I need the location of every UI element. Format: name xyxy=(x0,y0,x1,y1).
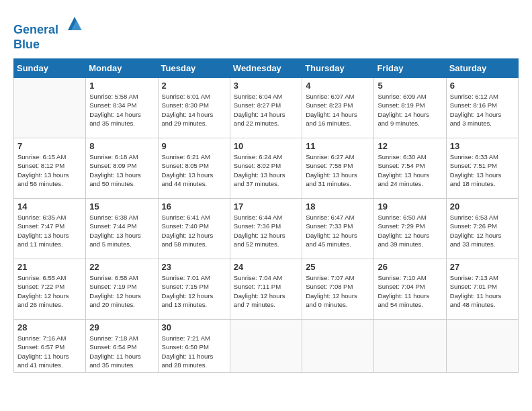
weekday-header-cell: Saturday xyxy=(446,59,518,78)
day-info: Sunrise: 6:07 AM Sunset: 8:23 PM Dayligh… xyxy=(306,92,370,128)
day-number: 20 xyxy=(450,201,515,212)
calendar-day-cell: 26Sunrise: 7:10 AM Sunset: 7:04 PM Dayli… xyxy=(374,259,446,320)
day-info: Sunrise: 6:44 AM Sunset: 7:36 PM Dayligh… xyxy=(234,213,298,248)
day-number: 11 xyxy=(306,141,370,151)
day-info: Sunrise: 6:33 AM Sunset: 7:51 PM Dayligh… xyxy=(450,152,515,188)
weekday-header-cell: Wednesday xyxy=(230,59,302,78)
page-header: General Blue xyxy=(13,13,519,52)
calendar-day-cell xyxy=(230,320,302,373)
weekday-header-cell: Tuesday xyxy=(158,59,230,78)
day-number: 28 xyxy=(17,322,82,332)
day-number: 5 xyxy=(378,81,442,91)
day-number: 30 xyxy=(162,322,226,332)
day-info: Sunrise: 6:58 AM Sunset: 7:19 PM Dayligh… xyxy=(89,273,154,309)
day-info: Sunrise: 6:04 AM Sunset: 8:27 PM Dayligh… xyxy=(234,92,298,128)
day-info: Sunrise: 6:55 AM Sunset: 7:22 PM Dayligh… xyxy=(17,273,82,309)
logo: General Blue xyxy=(13,13,85,52)
calendar-week-row: 28Sunrise: 7:16 AM Sunset: 6:57 PM Dayli… xyxy=(14,320,519,373)
day-info: Sunrise: 5:58 AM Sunset: 8:34 PM Dayligh… xyxy=(89,92,154,128)
logo-text: General xyxy=(13,13,85,38)
day-info: Sunrise: 6:30 AM Sunset: 7:54 PM Dayligh… xyxy=(378,152,442,188)
day-info: Sunrise: 6:47 AM Sunset: 7:33 PM Dayligh… xyxy=(306,213,370,248)
day-info: Sunrise: 7:07 AM Sunset: 7:08 PM Dayligh… xyxy=(306,273,370,309)
day-info: Sunrise: 6:15 AM Sunset: 8:12 PM Dayligh… xyxy=(17,152,82,188)
day-info: Sunrise: 7:04 AM Sunset: 7:11 PM Dayligh… xyxy=(234,273,298,309)
calendar-day-cell: 28Sunrise: 7:16 AM Sunset: 6:57 PM Dayli… xyxy=(14,320,86,373)
calendar-day-cell: 6Sunrise: 6:12 AM Sunset: 8:16 PM Daylig… xyxy=(446,78,518,138)
calendar-day-cell: 14Sunrise: 6:35 AM Sunset: 7:47 PM Dayli… xyxy=(14,199,86,259)
calendar-day-cell: 25Sunrise: 7:07 AM Sunset: 7:08 PM Dayli… xyxy=(302,259,374,320)
logo-blue: Blue xyxy=(13,38,85,52)
day-number: 14 xyxy=(17,201,82,212)
day-info: Sunrise: 6:09 AM Sunset: 8:19 PM Dayligh… xyxy=(378,92,442,128)
calendar-day-cell: 7Sunrise: 6:15 AM Sunset: 8:12 PM Daylig… xyxy=(14,138,86,199)
day-number: 18 xyxy=(306,201,370,212)
weekday-header-row: SundayMondayTuesdayWednesdayThursdayFrid… xyxy=(14,59,519,78)
day-number: 8 xyxy=(89,141,154,151)
calendar-day-cell: 5Sunrise: 6:09 AM Sunset: 8:19 PM Daylig… xyxy=(374,78,446,138)
day-info: Sunrise: 7:10 AM Sunset: 7:04 PM Dayligh… xyxy=(378,273,442,309)
calendar-day-cell: 19Sunrise: 6:50 AM Sunset: 7:29 PM Dayli… xyxy=(374,199,446,259)
day-info: Sunrise: 6:35 AM Sunset: 7:47 PM Dayligh… xyxy=(17,213,82,248)
calendar-day-cell: 9Sunrise: 6:21 AM Sunset: 8:05 PM Daylig… xyxy=(158,138,230,199)
calendar-day-cell: 18Sunrise: 6:47 AM Sunset: 7:33 PM Dayli… xyxy=(302,199,374,259)
weekday-header-cell: Monday xyxy=(86,59,158,78)
day-number: 9 xyxy=(162,141,226,151)
day-number: 17 xyxy=(234,201,298,212)
calendar-day-cell xyxy=(14,78,86,138)
calendar-day-cell xyxy=(302,320,374,373)
calendar-body: 1Sunrise: 5:58 AM Sunset: 8:34 PM Daylig… xyxy=(14,78,519,373)
calendar-day-cell: 24Sunrise: 7:04 AM Sunset: 7:11 PM Dayli… xyxy=(230,259,302,320)
day-number: 2 xyxy=(162,81,226,91)
weekday-header-cell: Thursday xyxy=(302,59,374,78)
day-number: 6 xyxy=(450,81,515,91)
calendar-day-cell: 2Sunrise: 6:01 AM Sunset: 8:30 PM Daylig… xyxy=(158,78,230,138)
day-number: 26 xyxy=(378,262,442,272)
day-info: Sunrise: 6:38 AM Sunset: 7:44 PM Dayligh… xyxy=(89,213,154,248)
day-number: 29 xyxy=(89,322,154,332)
day-info: Sunrise: 6:21 AM Sunset: 8:05 PM Dayligh… xyxy=(162,152,226,188)
calendar-day-cell: 21Sunrise: 6:55 AM Sunset: 7:22 PM Dayli… xyxy=(14,259,86,320)
day-info: Sunrise: 6:53 AM Sunset: 7:26 PM Dayligh… xyxy=(450,213,515,248)
calendar-day-cell: 22Sunrise: 6:58 AM Sunset: 7:19 PM Dayli… xyxy=(86,259,158,320)
logo-general: General xyxy=(13,23,58,36)
day-info: Sunrise: 6:50 AM Sunset: 7:29 PM Dayligh… xyxy=(378,213,442,248)
calendar-day-cell: 8Sunrise: 6:18 AM Sunset: 8:09 PM Daylig… xyxy=(86,138,158,199)
day-info: Sunrise: 6:18 AM Sunset: 8:09 PM Dayligh… xyxy=(89,152,154,188)
day-number: 27 xyxy=(450,262,515,272)
calendar-day-cell: 29Sunrise: 7:18 AM Sunset: 6:54 PM Dayli… xyxy=(86,320,158,373)
day-info: Sunrise: 7:13 AM Sunset: 7:01 PM Dayligh… xyxy=(450,273,515,309)
day-number: 1 xyxy=(89,81,154,91)
calendar-day-cell: 11Sunrise: 6:27 AM Sunset: 7:58 PM Dayli… xyxy=(302,138,374,199)
day-number: 12 xyxy=(378,141,442,151)
calendar-day-cell: 4Sunrise: 6:07 AM Sunset: 8:23 PM Daylig… xyxy=(302,78,374,138)
day-number: 16 xyxy=(162,201,226,212)
weekday-header-cell: Friday xyxy=(374,59,446,78)
day-number: 10 xyxy=(234,141,298,151)
calendar-day-cell: 27Sunrise: 7:13 AM Sunset: 7:01 PM Dayli… xyxy=(446,259,518,320)
day-number: 3 xyxy=(234,81,298,91)
calendar-day-cell: 17Sunrise: 6:44 AM Sunset: 7:36 PM Dayli… xyxy=(230,199,302,259)
calendar-day-cell: 30Sunrise: 7:21 AM Sunset: 6:50 PM Dayli… xyxy=(158,320,230,373)
calendar-day-cell xyxy=(374,320,446,373)
day-number: 21 xyxy=(17,262,82,272)
day-info: Sunrise: 6:41 AM Sunset: 7:40 PM Dayligh… xyxy=(162,213,226,248)
day-number: 7 xyxy=(17,141,82,151)
day-number: 24 xyxy=(234,262,298,272)
calendar-day-cell: 1Sunrise: 5:58 AM Sunset: 8:34 PM Daylig… xyxy=(86,78,158,138)
calendar-day-cell: 20Sunrise: 6:53 AM Sunset: 7:26 PM Dayli… xyxy=(446,199,518,259)
day-info: Sunrise: 6:27 AM Sunset: 7:58 PM Dayligh… xyxy=(306,152,370,188)
day-number: 23 xyxy=(162,262,226,272)
day-info: Sunrise: 6:12 AM Sunset: 8:16 PM Dayligh… xyxy=(450,92,515,128)
day-number: 15 xyxy=(89,201,154,212)
day-info: Sunrise: 7:16 AM Sunset: 6:57 PM Dayligh… xyxy=(17,334,82,369)
day-info: Sunrise: 6:01 AM Sunset: 8:30 PM Dayligh… xyxy=(162,92,226,128)
calendar-day-cell: 23Sunrise: 7:01 AM Sunset: 7:15 PM Dayli… xyxy=(158,259,230,320)
calendar-week-row: 14Sunrise: 6:35 AM Sunset: 7:47 PM Dayli… xyxy=(14,199,519,259)
day-number: 19 xyxy=(378,201,442,212)
calendar-day-cell: 3Sunrise: 6:04 AM Sunset: 8:27 PM Daylig… xyxy=(230,78,302,138)
calendar-table: SundayMondayTuesdayWednesdayThursdayFrid… xyxy=(13,58,519,373)
day-info: Sunrise: 6:24 AM Sunset: 8:02 PM Dayligh… xyxy=(234,152,298,188)
day-info: Sunrise: 7:18 AM Sunset: 6:54 PM Dayligh… xyxy=(89,334,154,369)
calendar-day-cell: 13Sunrise: 6:33 AM Sunset: 7:51 PM Dayli… xyxy=(446,138,518,199)
